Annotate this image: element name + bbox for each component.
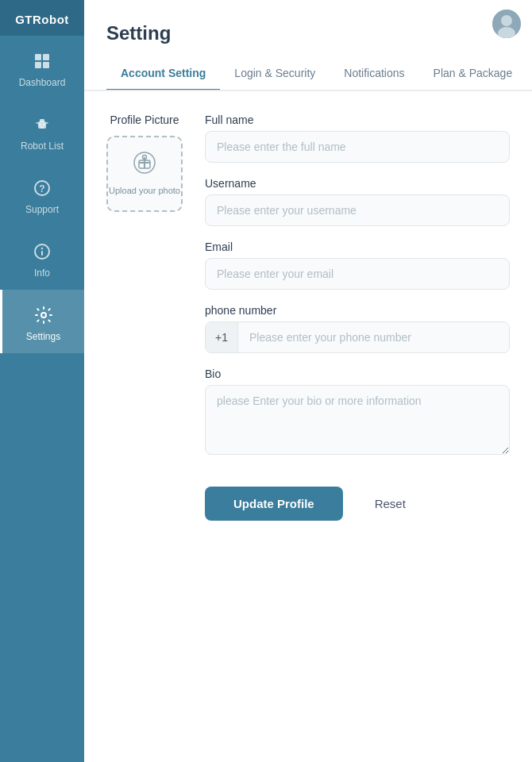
svg-rect-1: [43, 54, 49, 60]
svg-rect-0: [35, 54, 41, 60]
profile-picture-section: Profile Picture Upload your photo: [106, 114, 183, 455]
email-input[interactable]: [205, 258, 510, 290]
field-bio: Bio: [205, 368, 510, 455]
upload-photo-text: Upload your photo: [109, 185, 180, 196]
field-username: Username: [205, 177, 510, 226]
sidebar-item-label: Info: [34, 267, 50, 279]
svg-text:?: ?: [39, 183, 44, 194]
full-name-input[interactable]: [205, 131, 510, 163]
sidebar-item-dashboard[interactable]: Dashboard: [0, 36, 84, 99]
sidebar-item-robot-list[interactable]: Robot List: [0, 99, 84, 163]
sidebar-item-info[interactable]: Info: [0, 226, 84, 290]
svg-point-16: [41, 313, 46, 318]
bio-label: Bio: [205, 368, 510, 380]
main-content: Setting Account Setting Login & Security…: [84, 0, 532, 762]
svg-rect-3: [43, 62, 49, 68]
robot-icon: [31, 114, 53, 136]
field-email: Email: [205, 241, 510, 290]
email-label: Email: [205, 241, 510, 253]
sidebar-item-label: Support: [25, 204, 59, 215]
update-profile-button[interactable]: Update Profile: [205, 487, 343, 521]
sidebar: GTRobot Dashboard Robot List: [0, 0, 84, 762]
phone-input[interactable]: [238, 322, 509, 352]
svg-rect-5: [40, 119, 44, 122]
sidebar-item-settings[interactable]: Settings: [0, 290, 84, 353]
phone-label: phone number: [205, 304, 510, 317]
username-input[interactable]: [205, 194, 510, 226]
form-area: Profile Picture Upload your photo Full n…: [84, 91, 532, 487]
sidebar-item-label: Robot List: [21, 140, 64, 152]
page-header: Setting: [84, 0, 532, 44]
upload-photo-icon: [133, 151, 156, 180]
username-label: Username: [205, 177, 510, 190]
svg-rect-15: [41, 251, 43, 256]
support-icon: ?: [31, 177, 53, 199]
dashboard-icon: [31, 50, 53, 72]
upload-photo-box[interactable]: Upload your photo: [106, 136, 183, 212]
button-row: Update Profile Reset: [84, 487, 532, 521]
tab-notifications[interactable]: Notifications: [330, 59, 418, 91]
bio-input[interactable]: [205, 385, 510, 455]
svg-point-18: [501, 15, 512, 26]
reset-button[interactable]: Reset: [356, 487, 425, 521]
tab-plan-package[interactable]: Plan & Package: [419, 59, 527, 91]
tabs-bar: Account Setting Login & Security Notific…: [84, 59, 532, 91]
svg-point-14: [41, 248, 43, 249]
settings-icon: [33, 304, 55, 326]
svg-rect-2: [35, 62, 41, 68]
sidebar-item-support[interactable]: ? Support: [0, 163, 84, 226]
tab-login-security[interactable]: Login & Security: [220, 59, 330, 91]
sidebar-item-label: Dashboard: [19, 77, 66, 88]
field-phone: phone number +1: [205, 304, 510, 353]
field-full-name: Full name: [205, 114, 510, 163]
tab-account-setting[interactable]: Account Setting: [106, 59, 220, 91]
profile-picture-label: Profile Picture: [110, 114, 179, 126]
phone-input-row: +1: [205, 321, 510, 353]
app-logo: GTRobot: [0, 0, 84, 36]
fields-column: Full name Username Email phone number +1…: [205, 114, 510, 455]
sidebar-item-label: Settings: [26, 331, 60, 342]
info-icon: [31, 241, 53, 263]
user-avatar[interactable]: [492, 10, 521, 38]
full-name-label: Full name: [205, 114, 510, 126]
svg-point-6: [39, 124, 40, 125]
phone-prefix: +1: [206, 322, 238, 352]
svg-rect-8: [40, 127, 44, 128]
svg-point-7: [43, 124, 44, 125]
page-title: Setting: [106, 22, 171, 44]
